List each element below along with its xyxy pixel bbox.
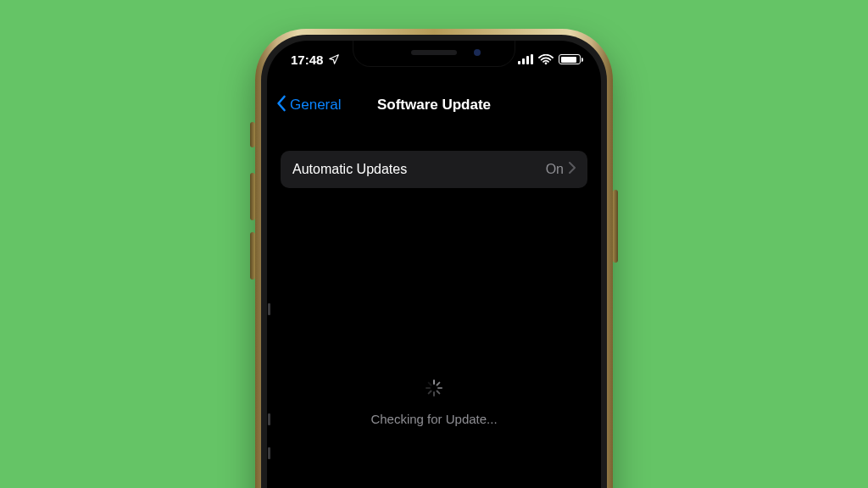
svg-rect-1 — [522, 58, 525, 64]
edge-artifact — [268, 413, 270, 425]
battery-icon — [559, 54, 581, 64]
volume-up-button — [250, 173, 255, 220]
battery-level — [561, 57, 576, 63]
volume-down-button — [250, 232, 255, 280]
notch — [353, 41, 515, 66]
edge-artifact — [268, 447, 270, 459]
automatic-updates-row[interactable]: Automatic Updates On — [281, 151, 587, 188]
svg-rect-2 — [526, 56, 529, 64]
phone-screen: 17:48 — [267, 41, 601, 488]
automatic-updates-value: On — [546, 162, 564, 177]
cellular-icon — [518, 54, 533, 64]
stage: 17:48 — [0, 0, 868, 488]
status-time: 17:48 — [291, 53, 323, 67]
content: Automatic Updates On — [267, 134, 601, 488]
location-icon — [328, 53, 340, 65]
chevron-left-icon — [275, 95, 287, 116]
loading-area: Checking for Update... — [267, 380, 601, 426]
svg-rect-0 — [518, 61, 520, 64]
spinner-icon — [426, 380, 442, 396]
loading-text: Checking for Update... — [267, 412, 601, 426]
back-button[interactable]: General — [275, 86, 341, 124]
wifi-icon — [538, 54, 554, 65]
silence-switch — [250, 122, 255, 147]
edge-artifact — [268, 303, 270, 315]
automatic-updates-label: Automatic Updates — [292, 162, 546, 177]
chevron-right-icon — [569, 162, 576, 177]
phone-frame: 17:48 — [255, 29, 613, 488]
svg-rect-3 — [531, 54, 533, 64]
page-title: Software Update — [377, 97, 491, 114]
nav-bar: General Software Update — [267, 86, 601, 124]
back-label: General — [290, 97, 341, 114]
power-button — [613, 190, 618, 263]
